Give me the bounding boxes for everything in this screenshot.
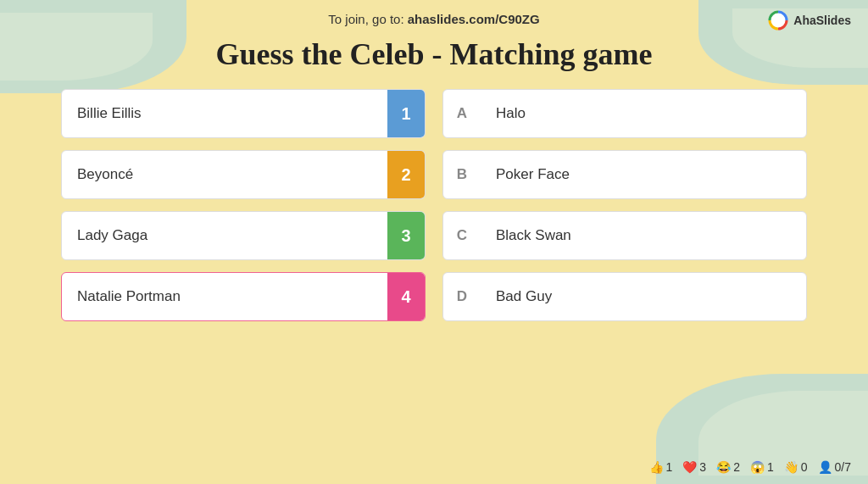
left-item-1[interactable]: Billie Eillis 1	[61, 89, 426, 138]
right-item-D[interactable]: D Bad Guy	[442, 272, 807, 321]
header: To join, go to: ahaslides.com/C90ZG AhaS…	[0, 0, 868, 30]
logo: AhaSlides	[768, 10, 851, 31]
ahaslides-logo-icon	[768, 10, 788, 31]
left-item-4[interactable]: Natalie Portman 4	[61, 272, 426, 321]
left-column: Billie Eillis 1 Beyoncé 2 Lady Gaga 3 Na…	[61, 89, 426, 321]
right-item-text-D: Bad Guy	[481, 288, 806, 305]
join-text: To join, go to: ahaslides.com/C90ZG	[328, 12, 539, 26]
right-item-A[interactable]: A Halo	[442, 89, 807, 138]
right-item-badge-C: C	[443, 212, 481, 259]
left-item-text-3: Lady Gaga	[62, 227, 387, 244]
join-url: ahaslides.com/C90ZG	[408, 12, 540, 26]
right-column: A Halo B Poker Face C Black Swan D Bad G…	[442, 89, 807, 321]
left-item-text-4: Natalie Portman	[62, 288, 387, 305]
left-item-text-1: Billie Eillis	[62, 105, 387, 122]
right-item-badge-B: B	[443, 151, 481, 198]
right-item-badge-A: A	[443, 90, 481, 137]
content-area: Billie Eillis 1 Beyoncé 2 Lady Gaga 3 Na…	[61, 89, 807, 321]
right-item-text-C: Black Swan	[481, 227, 806, 244]
right-item-badge-D: D	[443, 273, 481, 320]
left-item-badge-1: 1	[387, 90, 425, 137]
page-title: Guess the Celeb - Matching game	[216, 30, 653, 89]
join-prefix: To join, go to:	[328, 12, 407, 26]
right-item-C[interactable]: C Black Swan	[442, 211, 807, 260]
left-item-2[interactable]: Beyoncé 2	[61, 150, 426, 199]
left-item-badge-4: 4	[387, 273, 425, 320]
left-item-text-2: Beyoncé	[62, 166, 387, 183]
left-item-badge-2: 2	[387, 151, 425, 198]
right-item-B[interactable]: B Poker Face	[442, 150, 807, 199]
left-item-3[interactable]: Lady Gaga 3	[61, 211, 426, 260]
left-item-badge-3: 3	[387, 212, 425, 259]
logo-text: AhaSlides	[793, 14, 851, 27]
right-item-text-B: Poker Face	[481, 166, 806, 183]
right-item-text-A: Halo	[481, 105, 806, 122]
main-container: To join, go to: ahaslides.com/C90ZG AhaS…	[0, 0, 868, 484]
